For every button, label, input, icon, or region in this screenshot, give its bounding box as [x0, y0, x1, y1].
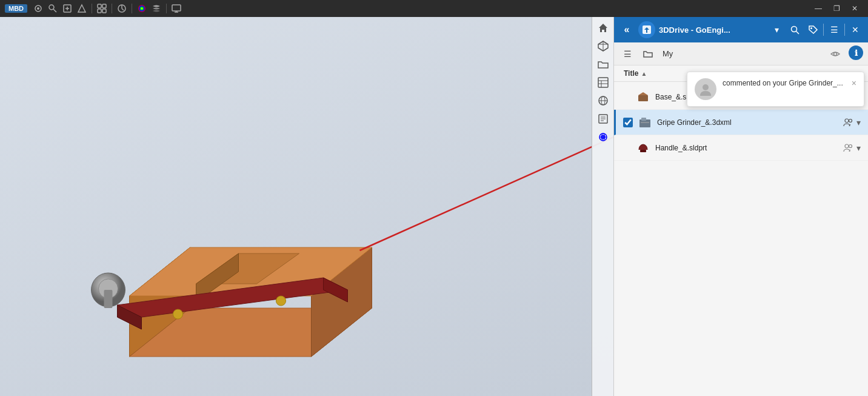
svg-rect-10: [98, 9, 101, 13]
toolbar-icon-3[interactable]: [61, 2, 73, 15]
svg-point-70: [849, 119, 852, 122]
file-name-handle: Handle_&.sldprt: [655, 144, 837, 152]
file-row-handle[interactable]: Handle_&.sldprt ▾: [614, 135, 868, 161]
sidebar-world-icon[interactable]: [594, 92, 612, 109]
toolbar-icon-2[interactable]: [47, 2, 59, 15]
svg-marker-21: [130, 247, 190, 357]
svg-rect-62: [638, 95, 648, 101]
toolbar-icon-1[interactable]: [32, 2, 44, 15]
panel-close-button[interactable]: ✕: [847, 22, 863, 38]
svg-point-31: [99, 279, 118, 298]
svg-point-73: [849, 144, 852, 147]
svg-marker-63: [638, 92, 648, 95]
file-icon-base: [636, 90, 650, 104]
panel-search-button[interactable]: [787, 22, 803, 38]
sidebar-home-icon[interactable]: [594, 19, 612, 36]
top-bar: MBD: [0, 0, 868, 17]
svg-line-55: [796, 31, 799, 34]
expand-button-grinder[interactable]: ▾: [856, 118, 861, 127]
panel-tag-button[interactable]: [805, 22, 821, 38]
svg-rect-37: [598, 78, 608, 87]
file-icon-handle: [636, 141, 650, 155]
expand-button-handle[interactable]: ▾: [856, 143, 861, 153]
viewport[interactable]: [0, 17, 613, 396]
svg-marker-7: [78, 5, 85, 12]
file-row-selected[interactable]: Gripe Grinder_&.3dxml ▾: [614, 110, 868, 135]
toolbar-eye-button[interactable]: [827, 45, 844, 62]
svg-rect-16: [172, 5, 181, 11]
svg-rect-67: [641, 118, 646, 121]
restore-button[interactable]: ❐: [828, 2, 845, 15]
minimize-button[interactable]: —: [810, 2, 827, 15]
file-name-grinder: Gripe Grinder_&.3dxml: [657, 118, 837, 127]
sidebar-box-icon[interactable]: [594, 38, 612, 55]
panel-app-icon: [638, 21, 655, 38]
toolbar-menu-button[interactable]: ☰: [619, 45, 636, 62]
toolbar-icon-4[interactable]: [76, 2, 88, 15]
svg-line-14: [122, 8, 124, 10]
close-button[interactable]: ✕: [846, 2, 863, 15]
column-title: Title: [624, 69, 638, 78]
svg-point-61: [703, 84, 709, 90]
svg-marker-22: [130, 247, 372, 296]
svg-rect-9: [102, 4, 106, 8]
svg-line-3: [53, 9, 56, 12]
svg-point-2: [49, 5, 54, 10]
svg-point-1: [37, 7, 39, 10]
notif-text: commented on your Gripe Grinder_...: [723, 78, 843, 89]
toolbar-icon-6[interactable]: [116, 2, 128, 15]
window-controls: — ❐ ✕: [810, 2, 863, 15]
svg-point-54: [791, 26, 796, 32]
svg-point-30: [92, 273, 125, 307]
sidebar-list-icon[interactable]: [594, 110, 612, 127]
file-icon-grinder: [638, 115, 652, 130]
notification-popup: commented on your Gripe Grinder_... ×: [687, 72, 864, 107]
toolbar-icons: [32, 2, 182, 15]
svg-point-28: [173, 309, 183, 319]
mbd-badge: MBD: [5, 4, 27, 13]
svg-point-72: [845, 144, 849, 148]
svg-point-29: [276, 296, 286, 306]
file-list: Base_&.sldprt ▾: [614, 82, 868, 396]
collapse-panel-button[interactable]: «: [619, 22, 635, 38]
panel-menu-button[interactable]: ☰: [826, 22, 842, 38]
svg-marker-19: [130, 308, 372, 357]
svg-marker-25: [118, 278, 348, 317]
svg-rect-8: [98, 4, 101, 8]
sidebar-folder-icon[interactable]: [594, 56, 612, 73]
people-icon-handle[interactable]: [842, 142, 854, 154]
panel-chevron-button[interactable]: ▾: [769, 22, 784, 38]
svg-marker-27: [324, 278, 348, 302]
toolbar-folder-button[interactable]: [639, 45, 656, 62]
svg-rect-11: [102, 9, 106, 13]
notif-avatar: [695, 78, 716, 100]
sidebar-settings-icon[interactable]: [594, 129, 612, 146]
right-panel: « 3DDrive - GoEngi... ▾ ☰ ✕: [613, 17, 868, 396]
sidebar-table-icon[interactable]: [594, 74, 612, 91]
panel-header-actions: ▾ ☰ ✕: [769, 22, 863, 38]
main-area: « 3DDrive - GoEngi... ▾ ☰ ✕: [0, 17, 868, 396]
svg-rect-71: [640, 150, 646, 152]
notif-close-button[interactable]: ×: [852, 78, 856, 88]
toolbar-icon-color[interactable]: [136, 2, 148, 15]
toolbar-icon-5[interactable]: [96, 2, 108, 15]
svg-point-57: [834, 52, 837, 55]
svg-marker-20: [312, 247, 372, 357]
toolbar-icon-monitor[interactable]: [170, 2, 182, 15]
scene-svg: [0, 17, 613, 396]
sort-arrow-icon: ▲: [641, 70, 647, 77]
toolbar-icon-7[interactable]: [150, 2, 162, 15]
svg-rect-32: [104, 290, 113, 308]
panel-title: 3DDrive - GoEngi...: [659, 25, 765, 35]
file-row-actions-handle: ▾: [842, 142, 861, 154]
panel-header: « 3DDrive - GoEngi... ▾ ☰ ✕: [614, 17, 868, 42]
svg-marker-26: [118, 305, 142, 329]
left-sidebar: [592, 17, 613, 396]
info-button[interactable]: ℹ: [849, 45, 863, 60]
svg-marker-23: [196, 253, 299, 284]
people-icon-grinder[interactable]: [842, 116, 854, 129]
svg-marker-24: [196, 253, 239, 302]
svg-point-69: [845, 119, 849, 122]
file-checkbox-grinder[interactable]: [623, 118, 633, 127]
panel-toolbar: ☰ My ℹ: [614, 42, 868, 65]
